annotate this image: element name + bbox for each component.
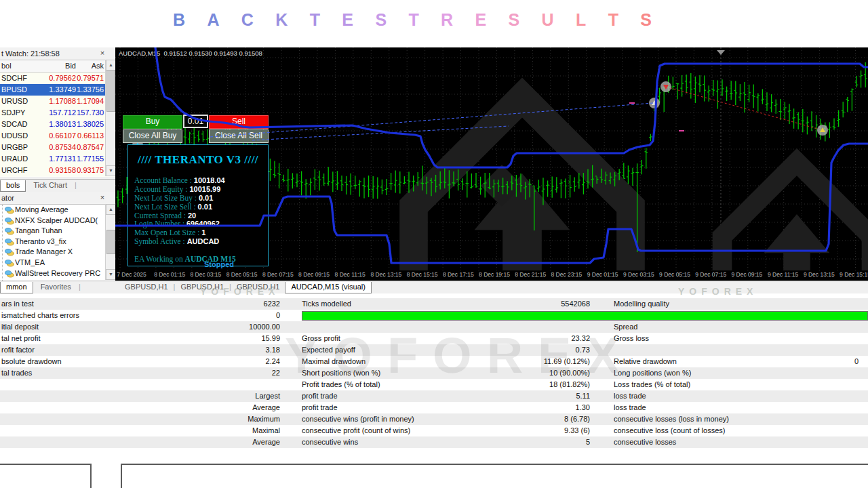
navigator-item[interactable]: VTM_EA xyxy=(0,258,115,268)
time-axis-label: 8 Dec 17:15 xyxy=(443,271,474,278)
column-symbol[interactable]: bol xyxy=(1,60,12,72)
symbol-name: URAUD xyxy=(1,153,28,165)
navigator-titlebar: ator × xyxy=(0,192,115,205)
market-watch-row[interactable]: SDCAD1.380131.38025 xyxy=(0,119,115,130)
report-label: loss trade xyxy=(614,402,851,413)
report-value: 8 (6.78) xyxy=(392,413,590,425)
time-axis-label: 7 Dec 2025 xyxy=(117,271,146,278)
ea-info-line: Account Equity : 10015.99 xyxy=(134,185,265,194)
ea-line-label: Current Spread : xyxy=(134,211,188,220)
navigator-item[interactable]: Theranto v3_fix xyxy=(0,237,115,247)
report-value: 0.73 xyxy=(392,344,590,356)
navigator-item-label: Moving Average xyxy=(15,205,68,214)
ask-value: 0.93175 xyxy=(76,165,104,176)
close-all-sell-button[interactable]: Close All Sell xyxy=(209,129,269,143)
symbol-name: SDJPY xyxy=(1,107,25,119)
navigator-tabs: mmon Favorites | xyxy=(0,281,115,293)
title-letter: T xyxy=(608,10,618,30)
app-window: BACKTESTRESULTS t Watch: 21:58:58 × bol … xyxy=(0,0,868,488)
navigator-item[interactable]: Tangan Tuhan xyxy=(0,226,115,237)
column-bid[interactable]: Bid xyxy=(27,60,76,72)
scrollbar-thumb[interactable] xyxy=(106,70,115,112)
navigator-item[interactable]: Trade Manager X xyxy=(0,247,115,258)
chart-symbol-title: AUDCAD,M15 0.91512 0.91530 0.91493 0.915… xyxy=(119,49,262,57)
ea-footer-label: EA Working on xyxy=(134,255,183,263)
market-watch-row[interactable]: URCHF0.931580.93175 xyxy=(0,165,115,176)
lot-size-input[interactable]: 0.01 xyxy=(183,115,208,128)
market-watch-tabs: bols Tick Chart | xyxy=(0,179,115,192)
navigator-item[interactable]: NXFX Scalper AUDCAD( xyxy=(0,216,115,226)
scroll-up-icon[interactable]: ▲ xyxy=(106,204,116,215)
market-watch-row[interactable]: BPUSD1.337491.33756 xyxy=(0,84,115,96)
report-value: 23.32 xyxy=(392,333,590,344)
title-letter: E xyxy=(475,10,486,30)
symbol-name: UDUSD xyxy=(1,130,28,142)
report-label: Modelling quality xyxy=(614,298,851,310)
tab-common[interactable]: mmon xyxy=(0,282,33,293)
time-axis-label: 9 Dec 13:15 xyxy=(804,271,835,278)
scrollbar-thumb[interactable] xyxy=(106,230,115,254)
market-watch-scrollbar[interactable]: ▲ ▼ xyxy=(105,60,115,176)
scroll-down-icon[interactable]: ▼ xyxy=(106,165,116,176)
ea-line-value: 0.01 xyxy=(198,203,212,211)
navigator-item[interactable]: WallStreet Recovery PRC xyxy=(0,268,115,279)
market-watch-row[interactable]: URUSD1.170881.17094 xyxy=(0,96,115,107)
scroll-up-icon[interactable]: ▲ xyxy=(106,60,116,70)
market-watch-row[interactable]: SDJPY157.712157.730 xyxy=(0,107,115,119)
market-watch-row[interactable]: URGBP0.875340.87547 xyxy=(0,142,115,153)
chart-tab[interactable]: GBPUSD,H1 xyxy=(231,281,285,293)
modelling-quality-bar xyxy=(302,311,868,321)
tab-symbols[interactable]: bols xyxy=(0,180,26,192)
bid-value: 0.93158 xyxy=(27,165,76,176)
close-all-buy-button[interactable]: Close All Buy xyxy=(123,129,182,143)
ea-info-line: Next Lot Size Buy : 0.01 xyxy=(134,194,265,203)
report-label: tal net profit xyxy=(1,333,225,344)
tab-favorites[interactable]: Favorites xyxy=(35,281,77,293)
report-row: ismatched charts errors0 xyxy=(0,310,868,321)
ea-line-label: Max Open Lot Size : xyxy=(134,228,201,237)
navigator-item-label: WallStreet Recovery PRC xyxy=(15,269,100,277)
report-label: Relative drawdown xyxy=(614,356,851,367)
ea-line-value: 20 xyxy=(188,211,196,220)
expert-advisor-icon xyxy=(5,217,14,225)
navigator-scrollbar[interactable]: ▲ ▼ xyxy=(105,204,115,280)
time-axis-label: 9 Dec 09:15 xyxy=(731,271,762,278)
report-value: 10000.00 xyxy=(227,321,280,333)
column-ask[interactable]: Ask xyxy=(76,60,104,72)
bottom-right-box xyxy=(121,464,868,488)
ask-value: 0.66113 xyxy=(76,130,104,142)
buy-button[interactable]: Buy xyxy=(123,115,182,129)
symbol-name: URUSD xyxy=(1,96,28,107)
report-label: consecutive losses (loss in money) xyxy=(614,413,851,425)
chart-tab[interactable]: GBPUSD,H1 xyxy=(175,281,229,293)
market-watch-row[interactable]: UDUSD0.661070.66113 xyxy=(0,130,115,142)
time-axis-label: 8 Dec 23:15 xyxy=(551,271,582,278)
report-label: ismatched charts errors xyxy=(1,310,225,321)
scroll-down-icon[interactable]: ▼ xyxy=(106,269,116,280)
report-value: 5542068 xyxy=(392,298,590,310)
ea-line-label: Next Lot Size Sell : xyxy=(134,203,198,211)
market-watch-row[interactable]: SDCHF0.795620.79571 xyxy=(0,73,115,84)
ea-line-label: Symbol Active : xyxy=(134,237,187,245)
chart-area[interactable]: AUDCAD,M15 0.91512 0.91530 0.91493 0.915… xyxy=(115,47,868,270)
ask-value: 1.17094 xyxy=(76,96,104,107)
tab-tick-chart[interactable]: Tick Chart xyxy=(28,180,73,191)
ea-info-line: Symbol Active : AUDCAD xyxy=(134,237,265,246)
sell-button[interactable]: Sell xyxy=(209,115,269,129)
ask-value: 157.730 xyxy=(76,107,104,119)
report-value: 10 (90.00%) xyxy=(392,367,590,379)
close-icon[interactable]: × xyxy=(98,192,107,202)
report-label: consecutive loss (count of losses) xyxy=(614,425,851,436)
bid-value: 1.77131 xyxy=(27,153,76,165)
backtest-results-title: BACKTESTRESULTS xyxy=(173,8,652,31)
time-axis-label: 8 Dec 19:15 xyxy=(479,271,510,278)
market-watch-header[interactable]: bol Bid Ask xyxy=(0,60,115,73)
chart-tab[interactable]: GBPUSD,H1 xyxy=(119,281,174,293)
market-watch-row[interactable]: URAUD1.771311.77155 xyxy=(0,153,115,165)
close-icon[interactable]: × xyxy=(98,48,107,58)
title-letter: T xyxy=(408,10,418,30)
ea-panel-title: //// THERANTO V3 //// xyxy=(128,153,268,167)
navigator-item[interactable]: Moving Average xyxy=(0,205,115,216)
navigator-item-label: Trade Manager X xyxy=(15,247,73,256)
chart-tab-active[interactable]: AUDCAD,M15 (visual) xyxy=(285,282,371,293)
